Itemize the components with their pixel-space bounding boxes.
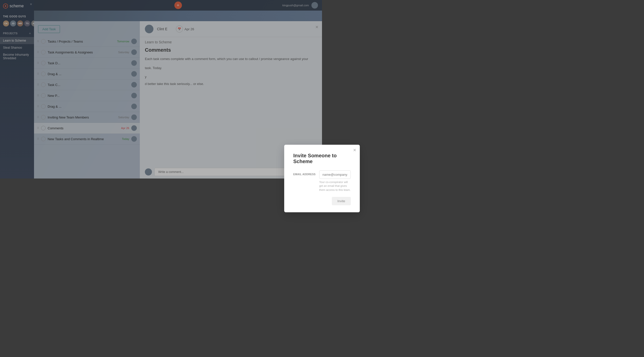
email-input[interactable] (319, 170, 322, 178)
invite-modal: ✕ Invite Someone to Scheme EMAIL ADDRESS… (284, 145, 322, 178)
modal-input-wrap: Your co-conspirator will get an email th… (319, 170, 322, 178)
modal-overlay[interactable]: ✕ Invite Someone to Scheme EMAIL ADDRESS… (0, 0, 322, 178)
modal-form-row: EMAIL ADDRESS Your co-conspirator will g… (293, 170, 322, 178)
modal-title: Invite Someone to Scheme (293, 153, 322, 164)
email-label: EMAIL ADDRESS (293, 170, 316, 176)
